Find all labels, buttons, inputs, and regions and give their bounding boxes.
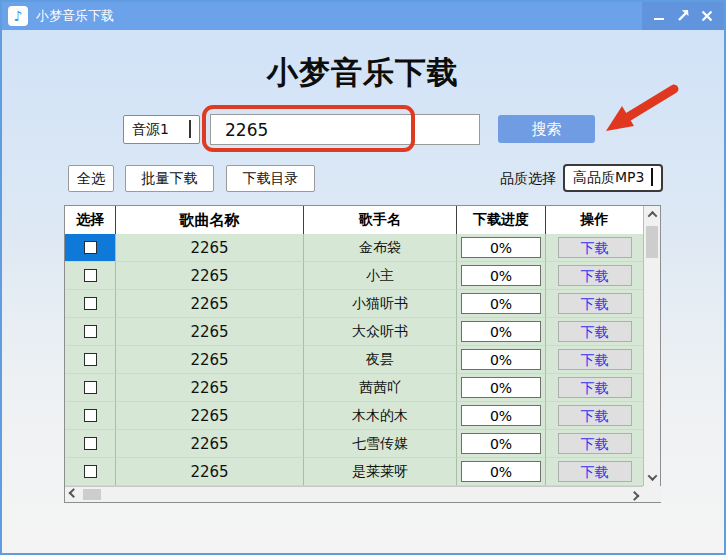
download-button[interactable]: 下载 <box>558 321 632 342</box>
quality-select[interactable]: 高品质MP3 <box>563 164 663 192</box>
horizontal-scrollbar[interactable] <box>65 486 643 502</box>
row-checkbox[interactable] <box>84 437 97 450</box>
scrollbar-corner <box>643 486 661 502</box>
header-song: 歌曲名称 <box>116 206 304 234</box>
artist-name-cell: 大众听书 <box>304 318 457 346</box>
maximize-button[interactable] <box>674 7 692 25</box>
progress-cell: 0% <box>457 290 546 318</box>
action-cell: 下载 <box>546 318 643 346</box>
song-name-cell: 2265 <box>116 346 304 374</box>
chevron-down-icon <box>189 122 191 138</box>
download-button[interactable]: 下载 <box>558 433 632 454</box>
header-select: 选择 <box>65 206 116 234</box>
quality-label: 品质选择 <box>500 165 556 192</box>
minimize-button[interactable] <box>650 7 668 25</box>
page-title: 小梦音乐下载 <box>2 52 724 94</box>
download-directory-button[interactable]: 下载目录 <box>226 165 315 192</box>
row-checkbox[interactable] <box>84 269 97 282</box>
action-cell: 下载 <box>546 346 643 374</box>
action-cell: 下载 <box>546 262 643 290</box>
song-name-cell: 2265 <box>116 318 304 346</box>
song-name-cell: 2265 <box>116 262 304 290</box>
table-row: 2265 小猫听书 0% 下载 <box>65 290 643 318</box>
row-select-cell[interactable] <box>65 430 116 458</box>
row-select-cell[interactable] <box>65 374 116 402</box>
download-button[interactable]: 下载 <box>558 461 632 482</box>
download-button[interactable]: 下载 <box>558 377 632 398</box>
table-row: 2265 茜茜吖 0% 下载 <box>65 374 643 402</box>
table-row: 2265 夜昙 0% 下载 <box>65 346 643 374</box>
row-select-cell[interactable] <box>65 458 116 486</box>
row-checkbox[interactable] <box>84 297 97 310</box>
progress-box: 0% <box>461 461 541 482</box>
header-progress: 下载进度 <box>457 206 546 234</box>
download-button[interactable]: 下载 <box>558 349 632 370</box>
chevron-down-icon <box>651 170 653 186</box>
table-row: 2265 大众听书 0% 下载 <box>65 318 643 346</box>
window-title: 小梦音乐下载 <box>36 7 114 25</box>
vertical-scrollbar[interactable] <box>643 206 660 486</box>
vertical-scroll-thumb[interactable] <box>646 226 658 258</box>
progress-box: 0% <box>461 405 541 426</box>
horizontal-scroll-thumb[interactable] <box>83 489 101 500</box>
header-action: 操作 <box>546 206 643 234</box>
progress-cell: 0% <box>457 346 546 374</box>
scroll-right-icon[interactable] <box>626 487 643 502</box>
batch-download-button[interactable]: 批量下载 <box>125 165 214 192</box>
row-select-cell[interactable] <box>65 262 116 290</box>
header-artist: 歌手名 <box>304 206 457 234</box>
table-row: 2265 七雪传媒 0% 下载 <box>65 430 643 458</box>
artist-name-cell: 茜茜吖 <box>304 374 457 402</box>
row-select-cell[interactable] <box>65 318 116 346</box>
select-all-button[interactable]: 全选 <box>68 165 114 192</box>
audio-source-select[interactable]: 音源1 <box>123 115 200 144</box>
progress-cell: 0% <box>457 402 546 430</box>
table-header-row: 选择 歌曲名称 歌手名 下载进度 操作 <box>65 206 643 234</box>
row-select-cell[interactable] <box>65 290 116 318</box>
scroll-left-icon[interactable] <box>65 487 82 502</box>
scroll-up-icon[interactable] <box>644 206 660 223</box>
quality-value: 高品质MP3 <box>573 169 644 187</box>
progress-cell: 0% <box>457 430 546 458</box>
row-checkbox[interactable] <box>84 381 97 394</box>
close-button[interactable] <box>698 7 716 25</box>
progress-box: 0% <box>461 377 541 398</box>
download-button[interactable]: 下载 <box>558 237 632 258</box>
search-button[interactable]: 搜索 <box>498 115 595 143</box>
progress-box: 0% <box>461 349 541 370</box>
song-name-cell: 2265 <box>116 402 304 430</box>
table-grid: 选择 歌曲名称 歌手名 下载进度 操作 2265 金布袋 0% 下载 2265 … <box>65 206 643 502</box>
table-body: 2265 金布袋 0% 下载 2265 小主 0% 下载 2265 小猫听书 0… <box>65 234 643 486</box>
scroll-down-icon[interactable] <box>644 469 660 486</box>
row-checkbox[interactable] <box>84 409 97 422</box>
search-input[interactable] <box>210 114 480 145</box>
close-icon <box>701 10 713 22</box>
row-select-cell[interactable] <box>65 346 116 374</box>
minimize-icon <box>653 10 665 22</box>
artist-name-cell: 木木的木 <box>304 402 457 430</box>
music-note-app-icon: ♪ <box>8 6 28 26</box>
download-button[interactable]: 下载 <box>558 293 632 314</box>
action-cell: 下载 <box>546 290 643 318</box>
row-checkbox[interactable] <box>84 465 97 478</box>
table-row: 2265 是莱莱呀 0% 下载 <box>65 458 643 486</box>
artist-name-cell: 小猫听书 <box>304 290 457 318</box>
row-checkbox[interactable] <box>84 353 97 366</box>
row-checkbox[interactable] <box>84 241 97 254</box>
action-cell: 下载 <box>546 374 643 402</box>
song-name-cell: 2265 <box>116 234 304 262</box>
action-cell: 下载 <box>546 234 643 262</box>
download-button[interactable]: 下载 <box>558 405 632 426</box>
song-name-cell: 2265 <box>116 290 304 318</box>
row-checkbox[interactable] <box>84 325 97 338</box>
download-button[interactable]: 下载 <box>558 265 632 286</box>
progress-box: 0% <box>461 321 541 342</box>
song-name-cell: 2265 <box>116 430 304 458</box>
action-cell: 下载 <box>546 402 643 430</box>
song-name-cell: 2265 <box>116 374 304 402</box>
row-select-cell[interactable] <box>65 402 116 430</box>
progress-cell: 0% <box>457 458 546 486</box>
row-select-cell[interactable] <box>65 234 116 262</box>
progress-box: 0% <box>461 433 541 454</box>
progress-box: 0% <box>461 237 541 258</box>
